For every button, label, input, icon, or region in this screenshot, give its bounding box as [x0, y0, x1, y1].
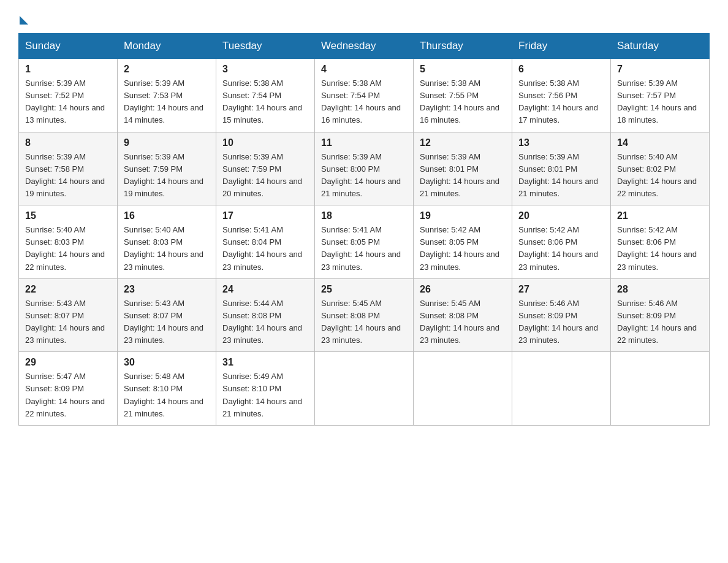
calendar-day-cell: 24Sunrise: 5:44 AMSunset: 8:08 PMDayligh…: [216, 278, 315, 352]
day-info: Sunrise: 5:45 AMSunset: 8:08 PMDaylight:…: [321, 297, 407, 347]
day-number: 5: [420, 64, 506, 75]
calendar-day-cell: 30Sunrise: 5:48 AMSunset: 8:10 PMDayligh…: [118, 352, 216, 426]
day-info: Sunrise: 5:39 AMSunset: 7:57 PMDaylight:…: [617, 77, 703, 127]
day-number: 1: [25, 64, 111, 75]
day-number: 14: [617, 137, 703, 148]
calendar-day-cell: 2Sunrise: 5:39 AMSunset: 7:53 PMDaylight…: [118, 59, 216, 132]
day-number: 19: [420, 210, 506, 221]
calendar-day-cell: 17Sunrise: 5:41 AMSunset: 8:04 PMDayligh…: [216, 205, 315, 279]
day-info: Sunrise: 5:43 AMSunset: 8:07 PMDaylight:…: [124, 297, 210, 347]
logo-arrow-icon: [20, 16, 28, 25]
day-number: 7: [617, 64, 703, 75]
day-info: Sunrise: 5:38 AMSunset: 7:56 PMDaylight:…: [518, 77, 604, 127]
calendar-day-cell: 22Sunrise: 5:43 AMSunset: 8:07 PMDayligh…: [19, 278, 118, 352]
day-info: Sunrise: 5:46 AMSunset: 8:09 PMDaylight:…: [518, 297, 604, 347]
calendar-table: SundayMondayTuesdayWednesdayThursdayFrid…: [18, 33, 710, 426]
page-header: [18, 12, 710, 22]
calendar-day-cell: 16Sunrise: 5:40 AMSunset: 8:03 PMDayligh…: [118, 205, 216, 279]
calendar-day-cell: 20Sunrise: 5:42 AMSunset: 8:06 PMDayligh…: [512, 205, 611, 279]
day-info: Sunrise: 5:46 AMSunset: 8:09 PMDaylight:…: [617, 297, 703, 347]
day-of-week-header: Monday: [118, 34, 216, 59]
calendar-day-cell: 8Sunrise: 5:39 AMSunset: 7:58 PMDaylight…: [19, 132, 118, 205]
day-number: 27: [518, 284, 604, 295]
calendar-week-row: 29Sunrise: 5:47 AMSunset: 8:09 PMDayligh…: [19, 352, 710, 426]
calendar-day-cell: 23Sunrise: 5:43 AMSunset: 8:07 PMDayligh…: [118, 278, 216, 352]
calendar-day-cell: 6Sunrise: 5:38 AMSunset: 7:56 PMDaylight…: [512, 59, 611, 132]
day-info: Sunrise: 5:39 AMSunset: 7:59 PMDaylight:…: [124, 151, 210, 201]
day-info: Sunrise: 5:40 AMSunset: 8:03 PMDaylight:…: [124, 224, 210, 274]
calendar-day-cell: [512, 352, 611, 426]
calendar-week-row: 1Sunrise: 5:39 AMSunset: 7:52 PMDaylight…: [19, 59, 710, 132]
day-number: 20: [518, 210, 604, 221]
day-number: 17: [222, 210, 308, 221]
day-info: Sunrise: 5:39 AMSunset: 7:53 PMDaylight:…: [124, 77, 210, 127]
day-info: Sunrise: 5:40 AMSunset: 8:02 PMDaylight:…: [617, 151, 703, 201]
calendar-day-cell: 14Sunrise: 5:40 AMSunset: 8:02 PMDayligh…: [611, 132, 710, 205]
calendar-day-cell: 19Sunrise: 5:42 AMSunset: 8:05 PMDayligh…: [414, 205, 512, 279]
day-number: 4: [321, 64, 407, 75]
day-number: 24: [222, 284, 308, 295]
day-number: 12: [420, 137, 506, 148]
day-info: Sunrise: 5:39 AMSunset: 8:01 PMDaylight:…: [420, 151, 506, 201]
day-info: Sunrise: 5:38 AMSunset: 7:54 PMDaylight:…: [222, 77, 308, 127]
day-number: 16: [124, 210, 210, 221]
calendar-day-cell: 3Sunrise: 5:38 AMSunset: 7:54 PMDaylight…: [216, 59, 315, 132]
day-number: 8: [25, 137, 111, 148]
day-info: Sunrise: 5:39 AMSunset: 7:52 PMDaylight:…: [25, 77, 111, 127]
day-of-week-header: Friday: [512, 34, 611, 59]
calendar-week-row: 8Sunrise: 5:39 AMSunset: 7:58 PMDaylight…: [19, 132, 710, 205]
day-number: 31: [222, 357, 308, 368]
day-number: 10: [222, 137, 308, 148]
day-of-week-header: Wednesday: [315, 34, 414, 59]
day-number: 26: [420, 284, 506, 295]
calendar-day-cell: 11Sunrise: 5:39 AMSunset: 8:00 PMDayligh…: [315, 132, 414, 205]
day-info: Sunrise: 5:45 AMSunset: 8:08 PMDaylight:…: [420, 297, 506, 347]
day-info: Sunrise: 5:41 AMSunset: 8:04 PMDaylight:…: [222, 224, 308, 274]
calendar-day-cell: 25Sunrise: 5:45 AMSunset: 8:08 PMDayligh…: [315, 278, 414, 352]
day-number: 3: [222, 64, 308, 75]
day-number: 15: [25, 210, 111, 221]
day-number: 21: [617, 210, 703, 221]
calendar-day-cell: 31Sunrise: 5:49 AMSunset: 8:10 PMDayligh…: [216, 352, 315, 426]
calendar-day-cell: 7Sunrise: 5:39 AMSunset: 7:57 PMDaylight…: [611, 59, 710, 132]
calendar-day-cell: 1Sunrise: 5:39 AMSunset: 7:52 PMDaylight…: [19, 59, 118, 132]
calendar-day-cell: 15Sunrise: 5:40 AMSunset: 8:03 PMDayligh…: [19, 205, 118, 279]
calendar-day-cell: 12Sunrise: 5:39 AMSunset: 8:01 PMDayligh…: [414, 132, 512, 205]
day-number: 13: [518, 137, 604, 148]
day-info: Sunrise: 5:44 AMSunset: 8:08 PMDaylight:…: [222, 297, 308, 347]
day-number: 2: [124, 64, 210, 75]
day-of-week-header: Thursday: [414, 34, 512, 59]
day-number: 28: [617, 284, 703, 295]
day-number: 11: [321, 137, 407, 148]
logo: [18, 12, 28, 22]
day-number: 22: [25, 284, 111, 295]
calendar-day-cell: [414, 352, 512, 426]
day-info: Sunrise: 5:42 AMSunset: 8:06 PMDaylight:…: [617, 224, 703, 274]
day-info: Sunrise: 5:42 AMSunset: 8:05 PMDaylight:…: [420, 224, 506, 274]
day-info: Sunrise: 5:48 AMSunset: 8:10 PMDaylight:…: [124, 370, 210, 420]
day-of-week-header: Tuesday: [216, 34, 315, 59]
day-info: Sunrise: 5:38 AMSunset: 7:54 PMDaylight:…: [321, 77, 407, 127]
day-number: 9: [124, 137, 210, 148]
calendar-day-cell: 10Sunrise: 5:39 AMSunset: 7:59 PMDayligh…: [216, 132, 315, 205]
calendar-day-cell: 29Sunrise: 5:47 AMSunset: 8:09 PMDayligh…: [19, 352, 118, 426]
day-number: 18: [321, 210, 407, 221]
calendar-header-row: SundayMondayTuesdayWednesdayThursdayFrid…: [19, 34, 710, 59]
day-of-week-header: Sunday: [19, 34, 118, 59]
day-of-week-header: Saturday: [611, 34, 710, 59]
day-info: Sunrise: 5:49 AMSunset: 8:10 PMDaylight:…: [222, 370, 308, 420]
day-info: Sunrise: 5:47 AMSunset: 8:09 PMDaylight:…: [25, 370, 111, 420]
day-number: 6: [518, 64, 604, 75]
calendar-day-cell: [611, 352, 710, 426]
calendar-day-cell: 13Sunrise: 5:39 AMSunset: 8:01 PMDayligh…: [512, 132, 611, 205]
day-number: 23: [124, 284, 210, 295]
day-info: Sunrise: 5:38 AMSunset: 7:55 PMDaylight:…: [420, 77, 506, 127]
calendar-day-cell: [315, 352, 414, 426]
calendar-day-cell: 9Sunrise: 5:39 AMSunset: 7:59 PMDaylight…: [118, 132, 216, 205]
calendar-day-cell: 21Sunrise: 5:42 AMSunset: 8:06 PMDayligh…: [611, 205, 710, 279]
calendar-day-cell: 28Sunrise: 5:46 AMSunset: 8:09 PMDayligh…: [611, 278, 710, 352]
day-info: Sunrise: 5:39 AMSunset: 8:01 PMDaylight:…: [518, 151, 604, 201]
day-number: 29: [25, 357, 111, 368]
calendar-day-cell: 5Sunrise: 5:38 AMSunset: 7:55 PMDaylight…: [414, 59, 512, 132]
day-info: Sunrise: 5:39 AMSunset: 7:58 PMDaylight:…: [25, 151, 111, 201]
